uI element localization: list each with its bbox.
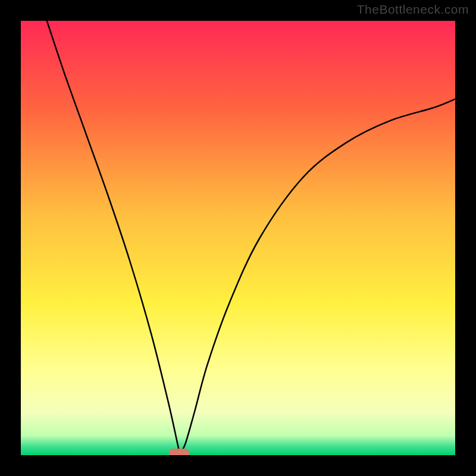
optimal-marker	[169, 449, 189, 455]
plot-area	[21, 21, 455, 455]
watermark-text: TheBottleneck.com	[357, 2, 469, 17]
bottleneck-curve	[47, 21, 455, 452]
chart-container: TheBottleneck.com	[0, 0, 476, 476]
curve-layer	[21, 21, 455, 455]
